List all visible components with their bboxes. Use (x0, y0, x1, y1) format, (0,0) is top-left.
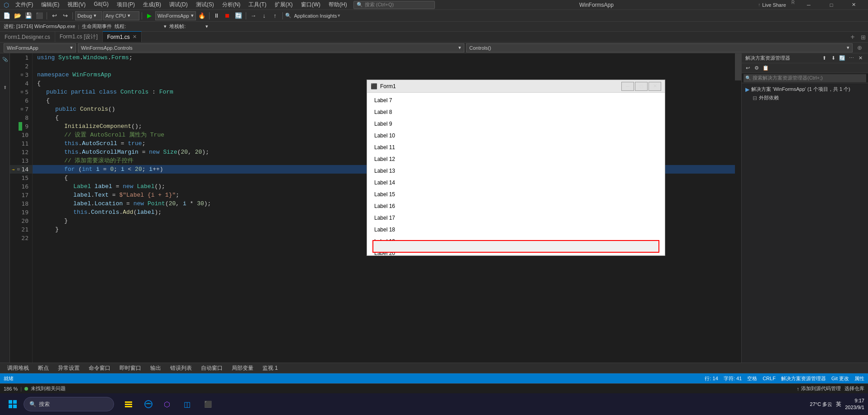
step-into-btn[interactable]: ↓ (259, 11, 269, 21)
run-dropdown[interactable]: WinFormsApp▾ (155, 11, 196, 20)
sol-exp-toolbar2: ↩ ⚙ 📋 (742, 63, 868, 73)
menu-help[interactable]: 帮助(H) (325, 0, 351, 9)
form1-close[interactable]: ✕ (649, 82, 661, 91)
form1-maximize[interactable]: □ (635, 82, 648, 91)
new-file-btn[interactable]: 📄 (2, 11, 12, 21)
status-properties[interactable]: 属性 (854, 375, 864, 382)
menu-build[interactable]: 生成(B) (139, 0, 165, 9)
bottom-tab-auto[interactable]: 自动窗口 (197, 363, 226, 373)
debug-mode-dropdown[interactable]: Debug▾ (75, 11, 102, 20)
bottom-tab-errorlist[interactable]: 错误列表 (167, 363, 196, 373)
thread-label: 线程: (114, 23, 126, 30)
menu-debug[interactable]: 调试(D) (166, 0, 191, 9)
class-dropdown[interactable]: WinFormsApp.Controls ▾ (78, 43, 464, 52)
filter-icon[interactable]: ⬆ (1, 83, 9, 91)
select-repo[interactable]: 选择仓库 (844, 385, 864, 392)
run-btn[interactable]: ▶ (144, 11, 154, 21)
taskbar-vs-btn[interactable]: ⬡ (159, 395, 177, 413)
solution-root[interactable]: ▶ 解决方案 'WinFormsApp' (1 个项目，共 1 个) (744, 85, 866, 94)
minimap-thumb[interactable] (735, 53, 741, 80)
bottom-tab-locals[interactable]: 局部变量 (228, 363, 257, 373)
menu-edit[interactable]: 编辑(E) (38, 0, 63, 9)
open-btn[interactable]: 📂 (13, 11, 23, 21)
menu-file[interactable]: 文件(F) (12, 0, 37, 9)
tab-form1-cs-close[interactable]: ✕ (133, 34, 137, 40)
bottom-tab-breakpoints[interactable]: 断点 (34, 363, 52, 373)
save-btn[interactable]: 💾 (24, 11, 33, 21)
sol-sync-btn[interactable]: ↩ (744, 64, 752, 72)
taskbar-vscode-btn[interactable]: ◫ (179, 395, 197, 413)
sol-exp-btn3[interactable]: 🔄 (838, 54, 846, 62)
stop-btn[interactable]: ⏹ (223, 11, 233, 21)
form-label-10: Label 10 (367, 130, 665, 141)
form1-window: ⬛ Form1 ─ □ ✕ Label 7 Label 8 Label 9 La… (367, 80, 665, 256)
line-19: 19 (10, 208, 32, 217)
namespace-dropdown[interactable]: WinFormsApp ▾ (4, 43, 76, 52)
tab-form1-cs[interactable]: Form1.cs ✕ (103, 31, 142, 42)
menu-tools[interactable]: 工具(T) (245, 0, 270, 9)
thread-dropdown[interactable]: 线程: ▾ (114, 23, 167, 30)
collapse-7[interactable]: ⊟ (21, 105, 23, 113)
stack-dropdown[interactable]: 堆栈帧: ▾ (169, 23, 208, 30)
edge-icon (143, 399, 154, 410)
add-to-repo[interactable]: ↑ 添加到源代码管理 (797, 385, 841, 392)
collapse-3[interactable]: ⊟ (21, 71, 23, 79)
minimize-button[interactable]: ─ (798, 0, 819, 10)
method-dropdown[interactable]: Controls() ▾ (466, 43, 853, 52)
bottom-tab-exceptions[interactable]: 异常设置 (54, 363, 83, 373)
sol-properties-btn[interactable]: 📋 (762, 64, 770, 72)
taskbar-edge-btn[interactable] (139, 395, 157, 413)
undo-btn[interactable]: ↩ (49, 11, 59, 21)
menu-test[interactable]: 测试(S) (192, 0, 218, 9)
sol-exp-btn2[interactable]: ⬇ (829, 54, 837, 62)
tab-form1-designer[interactable]: Form1.Designer.cs (0, 31, 55, 42)
menu-git[interactable]: Git(G) (90, 0, 112, 9)
sol-exp-btn4[interactable]: ⋯ (847, 54, 855, 62)
status-git[interactable]: Git 更改 (831, 375, 849, 382)
bottom-tab-watch1[interactable]: 监视 1 (259, 363, 281, 373)
global-search[interactable]: 🔍 搜索 (Ctrl+Q) (353, 1, 435, 9)
cpu-dropdown[interactable]: Any CPU▾ (103, 11, 139, 20)
taskbar-search[interactable]: 🔍 搜索 (24, 397, 114, 411)
menu-bar: 文件(F) 编辑(E) 视图(V) Git(G) 项目(P) 生成(B) 调试(… (12, 0, 351, 9)
form-scrollbar-area[interactable] (372, 240, 659, 253)
bottom-tab-output[interactable]: 输出 (147, 363, 165, 373)
external-deps[interactable]: ⊟ 外部依赖 (744, 94, 866, 102)
collapse-5[interactable]: ⊟ (21, 88, 23, 96)
menu-project[interactable]: 项目(P) (113, 0, 138, 9)
start-button[interactable] (4, 395, 22, 413)
step-out-btn[interactable]: ↑ (270, 11, 280, 21)
menu-window[interactable]: 窗口(W) (297, 0, 324, 9)
bottom-tab-command[interactable]: 命令窗口 (85, 363, 114, 373)
redo-btn[interactable]: ↪ (60, 11, 70, 21)
bookmarks-icon[interactable]: 📎 (1, 55, 9, 63)
close-button[interactable]: ✕ (844, 0, 864, 10)
status-sol-exp[interactable]: 解决方案资源管理器 (781, 375, 826, 382)
taskbar-files-btn[interactable] (119, 395, 138, 413)
hot-reload-btn[interactable]: 🔥 (197, 11, 207, 21)
menu-analyze[interactable]: 分析(N) (219, 0, 244, 9)
sol-exp-btn1[interactable]: ⬆ (820, 54, 828, 62)
editor-minimap[interactable] (735, 53, 741, 363)
menu-extensions[interactable]: 扩展(X) (271, 0, 296, 9)
save-all-btn[interactable]: ⬛ (34, 11, 44, 21)
left-sidebar: 📎 ⬆ (0, 53, 10, 363)
collapse-14[interactable]: ⊟ (17, 165, 19, 174)
new-tab-btn[interactable]: + (847, 32, 858, 42)
maximize-button[interactable]: □ (821, 0, 842, 10)
pause-btn[interactable]: ⏸ (212, 11, 222, 21)
sol-search-box[interactable]: 🔍 搜索解决方案资源管理器(Ctrl+;) (744, 74, 866, 82)
bottom-tab-immediate[interactable]: 即时窗口 (116, 363, 145, 373)
menu-view[interactable]: 视图(V) (64, 0, 89, 9)
live-share[interactable]: ↑ Live Share (758, 0, 786, 10)
sol-exp-close[interactable]: ✕ (856, 54, 864, 62)
restart-btn[interactable]: 🔄 (234, 11, 243, 21)
form1-minimize[interactable]: ─ (621, 82, 634, 91)
taskbar-terminal-btn[interactable]: ⬛ (199, 395, 217, 413)
tab-form1-design[interactable]: Form1.cs [设计] (55, 31, 103, 42)
bottom-tab-callstack[interactable]: 调用堆栈 (4, 363, 33, 373)
split-editor-btn[interactable]: ⊞ (858, 32, 868, 42)
sol-settings-btn[interactable]: ⚙ (753, 64, 761, 72)
step-over-btn[interactable]: → (248, 11, 258, 21)
expand-btn[interactable]: ⊕ (854, 43, 864, 53)
